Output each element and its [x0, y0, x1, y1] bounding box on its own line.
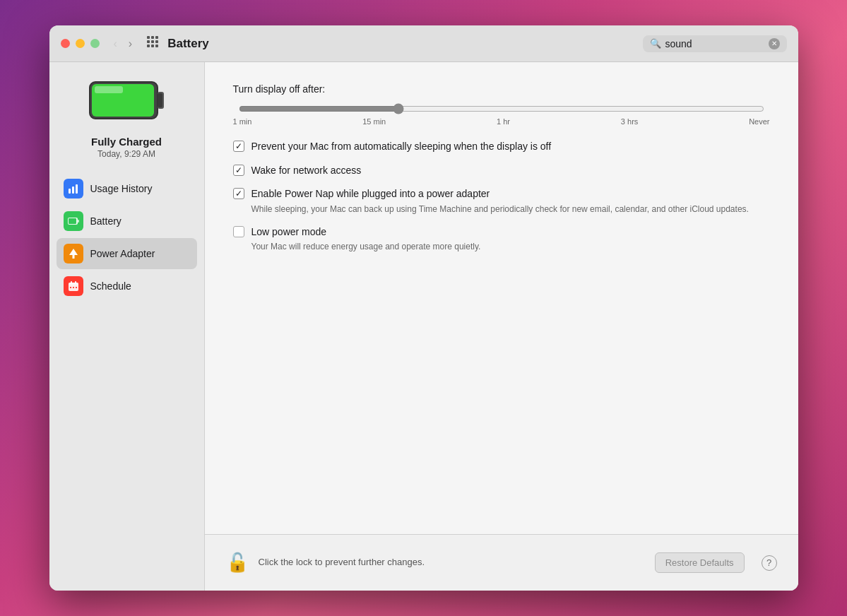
window-title: Battery: [167, 37, 642, 51]
prevent-sleep-text: Prevent your Mac from automatically slee…: [251, 140, 770, 154]
svg-rect-4: [151, 40, 154, 43]
maximize-button[interactable]: [90, 39, 100, 48]
close-button[interactable]: [61, 39, 70, 48]
traffic-lights: [61, 39, 100, 48]
svg-rect-12: [95, 86, 123, 93]
power-nap-checkbox[interactable]: ✓: [233, 188, 244, 199]
sidebar-item-power-adapter[interactable]: Power Adapter: [57, 238, 197, 269]
help-button[interactable]: ?: [762, 555, 777, 571]
system-preferences-window: ‹ › Battery 🔍 ✕: [49, 25, 798, 591]
svg-rect-8: [155, 45, 158, 47]
sidebar-item-schedule-label: Schedule: [90, 280, 131, 292]
low-power-item: Low power mode Your Mac will reduce ener…: [233, 225, 770, 253]
display-sleep-slider-section: Turn display off after: 1 min 15 min 1 h…: [233, 83, 770, 126]
wake-network-item: ✓ Wake for network access: [233, 164, 770, 178]
svg-rect-18: [69, 218, 76, 224]
sidebar-item-usage-history-label: Usage History: [90, 183, 153, 194]
svg-rect-0: [147, 36, 150, 39]
lock-icon[interactable]: 🔓: [226, 552, 249, 574]
wake-network-checkmark: ✓: [235, 166, 242, 174]
slider-15min-label: 15 min: [362, 117, 386, 126]
power-nap-checkmark: ✓: [235, 189, 242, 198]
prevent-sleep-checkbox[interactable]: ✓: [233, 141, 244, 152]
svg-marker-20: [69, 249, 78, 259]
footer: 🔓 Click the lock to prevent further chan…: [205, 534, 798, 591]
battery-status-label: Fully Charged: [91, 136, 162, 148]
svg-rect-7: [151, 45, 154, 47]
svg-rect-2: [155, 36, 158, 39]
slider-label: Turn display off after:: [233, 83, 770, 95]
grid-icon[interactable]: [146, 35, 159, 52]
schedule-icon: [64, 276, 83, 296]
search-input[interactable]: [665, 38, 764, 49]
nav-buttons: ‹ ›: [111, 36, 136, 52]
svg-rect-27: [76, 287, 77, 288]
low-power-label: Low power mode: [251, 226, 327, 237]
slider-1hr-label: 1 hr: [497, 117, 510, 126]
main-area: Fully Charged Today, 9:29 AM Usage Histo…: [49, 62, 798, 591]
sidebar-item-power-adapter-label: Power Adapter: [90, 248, 155, 259]
svg-rect-13: [158, 93, 162, 107]
svg-rect-14: [69, 189, 71, 194]
sidebar-item-usage-history[interactable]: Usage History: [57, 173, 197, 204]
power-nap-text: Enable Power Nap while plugged into a po…: [251, 187, 770, 215]
low-power-checkbox[interactable]: [233, 226, 244, 237]
sidebar-item-battery-label: Battery: [90, 215, 122, 227]
prevent-sleep-item: ✓ Prevent your Mac from automatically sl…: [233, 140, 770, 154]
checkboxes-section: ✓ Prevent your Mac from automatically sl…: [233, 140, 770, 253]
svg-rect-24: [75, 281, 76, 284]
content-panel: Turn display off after: 1 min 15 min 1 h…: [205, 62, 798, 534]
svg-rect-6: [147, 45, 150, 47]
svg-rect-15: [72, 186, 74, 194]
slider-never-label: Never: [749, 117, 769, 126]
restore-defaults-button[interactable]: Restore Defaults: [655, 552, 745, 573]
sidebar-item-battery[interactable]: Battery: [57, 206, 197, 237]
power-nap-sublabel: While sleeping, your Mac can back up usi…: [251, 203, 770, 215]
search-icon: 🔍: [650, 38, 661, 49]
svg-rect-5: [155, 40, 158, 43]
back-icon: ‹: [114, 37, 117, 50]
svg-rect-16: [76, 184, 78, 194]
svg-rect-22: [69, 283, 78, 285]
svg-rect-25: [70, 287, 71, 288]
power-nap-label: Enable Power Nap while plugged into a po…: [251, 188, 490, 199]
sidebar-item-schedule[interactable]: Schedule: [57, 271, 197, 302]
battery-sidebar-icon: [64, 211, 83, 231]
svg-rect-19: [78, 220, 79, 223]
footer-lock-text: Click the lock to prevent further change…: [259, 556, 645, 569]
low-power-text: Low power mode Your Mac will reduce ener…: [251, 225, 770, 253]
search-bar[interactable]: 🔍 ✕: [643, 35, 787, 52]
search-clear-button[interactable]: ✕: [769, 38, 780, 49]
battery-time-label: Today, 9:29 AM: [97, 149, 155, 159]
svg-rect-3: [147, 40, 150, 43]
display-sleep-slider[interactable]: [239, 103, 764, 114]
battery-icon: [88, 76, 165, 127]
power-nap-item: ✓ Enable Power Nap while plugged into a …: [233, 187, 770, 215]
power-adapter-icon: [64, 244, 83, 263]
wake-network-checkbox[interactable]: ✓: [233, 165, 244, 176]
sidebar: Fully Charged Today, 9:29 AM Usage Histo…: [49, 62, 205, 591]
prevent-sleep-label: Prevent your Mac from automatically slee…: [251, 141, 552, 152]
slider-3hrs-label: 3 hrs: [621, 117, 638, 126]
prevent-sleep-checkmark: ✓: [235, 142, 242, 150]
forward-button[interactable]: ›: [126, 36, 135, 52]
sidebar-nav: Usage History Battery: [49, 173, 204, 303]
svg-rect-1: [151, 36, 154, 39]
minimize-button[interactable]: [76, 39, 85, 48]
back-button[interactable]: ‹: [111, 36, 120, 52]
wake-network-label: Wake for network access: [251, 165, 362, 176]
slider-labels: 1 min 15 min 1 hr 3 hrs Never: [233, 117, 770, 126]
svg-rect-26: [73, 287, 74, 288]
wake-network-text: Wake for network access: [251, 164, 770, 178]
forward-icon: ›: [129, 37, 132, 50]
slider-min-label: 1 min: [233, 117, 252, 126]
usage-history-icon: [64, 179, 83, 199]
low-power-sublabel: Your Mac will reduce energy usage and op…: [251, 241, 770, 253]
svg-rect-23: [71, 281, 72, 284]
titlebar: ‹ › Battery 🔍 ✕: [49, 25, 798, 62]
